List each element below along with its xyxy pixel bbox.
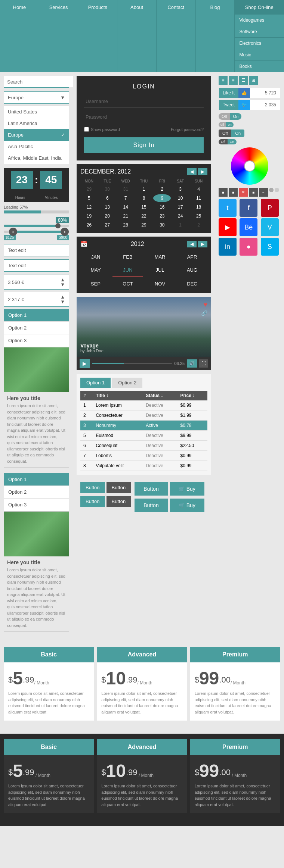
toggle-1[interactable]: Off On: [219, 113, 241, 120]
social-linkedin-button[interactable]: in: [219, 238, 237, 256]
forgot-password-link[interactable]: Forgot password?: [171, 127, 204, 132]
cal-day[interactable]: 2: [190, 221, 207, 229]
sort-icon[interactable]: ↕: [192, 393, 195, 398]
nav-contact[interactable]: Contact: [157, 0, 196, 72]
tab-list-2-option2[interactable]: Option 2: [4, 486, 69, 499]
tab-list-1-option1[interactable]: Option 1: [4, 309, 69, 322]
cal-day[interactable]: 11: [190, 194, 207, 202]
region-option-us[interactable]: United States: [4, 106, 69, 118]
social-facebook-button[interactable]: f: [240, 199, 257, 217]
cal-day[interactable]: 7: [117, 194, 135, 202]
cal-day-today[interactable]: 9: [153, 194, 171, 202]
text-input-2[interactable]: [4, 259, 69, 272]
cal-day[interactable]: 29: [80, 185, 98, 193]
cal-day[interactable]: 13: [99, 203, 116, 211]
social-pinterest-button[interactable]: P: [261, 199, 279, 217]
button-4[interactable]: Button: [106, 496, 131, 507]
toggle-small-2[interactable]: Off On: [219, 139, 237, 144]
cal-day[interactable]: 30: [153, 221, 171, 229]
show-password-label[interactable]: Show password: [84, 127, 120, 132]
toggle-2[interactable]: Off On: [219, 129, 244, 137]
price-thumb-left[interactable]: ●: [9, 228, 17, 236]
volume-button[interactable]: 🔊: [187, 359, 197, 368]
table-row-active[interactable]: 3 Nonummy Active $0.78: [80, 421, 207, 431]
cal-day[interactable]: 21: [117, 212, 135, 220]
button-2[interactable]: Button: [106, 482, 131, 493]
social-vimeo-button[interactable]: V: [261, 218, 279, 236]
icon-dark-4[interactable]: −: [259, 188, 268, 197]
mp-mar[interactable]: MAR: [145, 251, 175, 263]
list-view-icon[interactable]: ≡: [219, 76, 228, 85]
cal-day[interactable]: 24: [172, 212, 189, 220]
cal-day[interactable]: 30: [99, 185, 116, 193]
cal-day[interactable]: 27: [99, 221, 116, 229]
slider-track[interactable]: [4, 225, 69, 227]
mp-dec[interactable]: DEC: [177, 278, 207, 290]
region-option-asia[interactable]: Asia Pacific: [4, 141, 69, 152]
icon-dark-2[interactable]: ■: [229, 188, 238, 197]
cal-day[interactable]: 17: [172, 203, 189, 211]
nav-services[interactable]: Services: [39, 0, 78, 72]
table-tab-2[interactable]: Option 2: [112, 378, 142, 388]
toggle-small-1[interactable]: off on: [219, 122, 234, 127]
cal-day[interactable]: 1: [135, 185, 153, 193]
cal-day[interactable]: 3: [172, 185, 189, 193]
password-input[interactable]: [84, 111, 204, 123]
social-twitter-button[interactable]: t: [219, 199, 237, 217]
heart-icon[interactable]: ♥: [203, 301, 207, 309]
icon-dark-3[interactable]: ■: [249, 188, 258, 197]
numeric-arrows-2[interactable]: ▲ ▼: [60, 294, 65, 304]
social-youtube-button[interactable]: ▶: [219, 218, 237, 236]
month-picker-next[interactable]: ▶: [198, 241, 207, 247]
table-row[interactable]: 5 Euismod Deactive $9.99: [80, 431, 207, 441]
search-input[interactable]: [4, 76, 73, 87]
fullscreen-button[interactable]: ⛶: [199, 359, 208, 368]
color-wheel[interactable]: [231, 147, 268, 185]
nav-dropdown-item-books[interactable]: Books: [235, 61, 284, 72]
cal-day[interactable]: 10: [172, 194, 189, 202]
social-skype-button[interactable]: S: [261, 238, 279, 256]
cal-day[interactable]: 20: [99, 212, 116, 220]
cal-day[interactable]: 26: [80, 221, 98, 229]
cal-day[interactable]: 23: [153, 212, 171, 220]
sign-in-button[interactable]: Sign In: [84, 137, 204, 153]
cal-day[interactable]: 16: [153, 203, 171, 211]
dot-icon-1[interactable]: [269, 188, 274, 192]
tab-list-2-option1[interactable]: Option 1: [4, 473, 69, 486]
show-password-checkbox[interactable]: [84, 127, 89, 132]
nav-dropdown-item-software[interactable]: Software: [235, 26, 284, 38]
nav-blog[interactable]: Blog: [196, 0, 235, 72]
buy-button-1[interactable]: Buy: [170, 482, 204, 496]
button-1[interactable]: Button: [80, 482, 105, 493]
numeric-down-arrow-2[interactable]: ▼: [60, 299, 65, 304]
numeric-arrows-1[interactable]: ▲ ▼: [60, 277, 65, 287]
social-dribbble-button[interactable]: ●: [240, 238, 257, 256]
buy-button-2[interactable]: Buy: [170, 499, 204, 512]
region-option-africa[interactable]: Africa, Middle East, India: [4, 152, 69, 164]
username-input[interactable]: [84, 96, 204, 107]
cal-day[interactable]: 25: [190, 212, 207, 220]
cal-day[interactable]: 2: [153, 185, 171, 193]
icon-red[interactable]: ✕: [239, 188, 248, 197]
calendar-prev[interactable]: ◀: [187, 168, 197, 175]
nav-dropdown-item-music[interactable]: Music: [235, 49, 284, 61]
nav-shop-label[interactable]: Shop On-line: [235, 0, 284, 15]
table-row[interactable]: 2 Consectetuer Deactive $1.99: [80, 410, 207, 421]
button-3[interactable]: Button: [80, 496, 105, 507]
cal-day[interactable]: 22: [135, 212, 153, 220]
grid-view-icon[interactable]: ⊞: [249, 76, 258, 85]
play-button[interactable]: ▶: [80, 359, 90, 368]
thumbs-up-icon[interactable]: 👍: [238, 88, 250, 98]
button-large-2[interactable]: Button: [135, 499, 167, 512]
nav-home[interactable]: Home: [0, 0, 39, 72]
social-behance-button[interactable]: Bé: [240, 218, 257, 236]
video-progress-track[interactable]: [92, 363, 172, 364]
table-row[interactable]: 8 Vulputate velit Deactive $0.99: [80, 461, 207, 471]
region-option-latam[interactable]: Latin America: [4, 118, 69, 129]
nav-products[interactable]: Products: [78, 0, 117, 72]
cal-day[interactable]: 8: [135, 194, 153, 202]
mp-aug[interactable]: AUG: [177, 264, 207, 277]
twitter-icon[interactable]: 🐦: [238, 100, 250, 110]
tab-list-1-option3[interactable]: Option 3: [4, 334, 69, 347]
cal-day[interactable]: 19: [80, 212, 98, 220]
